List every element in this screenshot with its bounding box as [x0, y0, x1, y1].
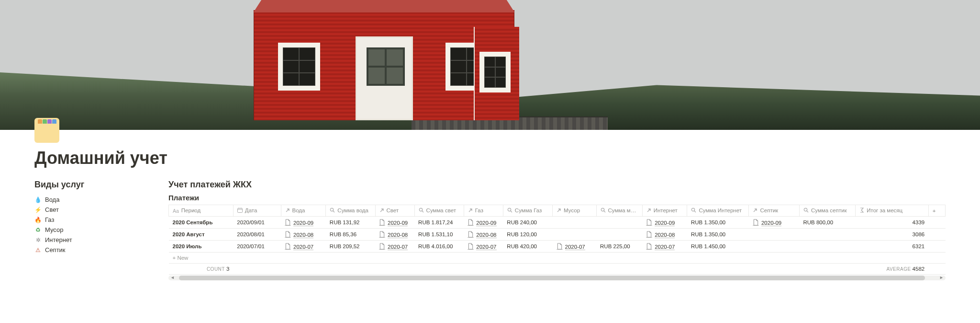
cell-relation[interactable]: 2020-09 [749, 217, 800, 229]
average-aggregate[interactable]: AVERAGE4582 [856, 264, 928, 275]
column-header[interactable]: Вода [281, 205, 326, 217]
cell-date[interactable]: 2020/09/01 [233, 217, 281, 229]
cell-period[interactable]: 2020 Июль [169, 241, 234, 253]
page-icon [753, 219, 759, 226]
page-title[interactable]: Домашний учет [34, 148, 946, 168]
svg-point-6 [419, 208, 422, 211]
cell-relation[interactable]: 2020-07 [375, 241, 414, 253]
service-item[interactable]: ⚡Свет [34, 205, 154, 215]
column-header[interactable]: Интернет [642, 205, 687, 217]
svg-rect-0 [237, 208, 242, 213]
cell-sum[interactable]: RUB 1.350,00 [687, 229, 749, 241]
add-column-button[interactable]: + [928, 205, 945, 217]
column-header[interactable]: Итог за месяц [856, 205, 928, 217]
cell-sum[interactable] [800, 229, 856, 241]
cell-sum[interactable]: RUB 209,52 [326, 241, 375, 253]
table-row[interactable]: 2020 Август2020/08/012020-08RUB 85,36202… [169, 229, 946, 241]
column-header[interactable]: Газ [464, 205, 503, 217]
service-icon: ⚠ [34, 247, 42, 254]
service-item[interactable]: 💧Вода [34, 195, 154, 205]
column-header[interactable]: Сумма Интернет [687, 205, 749, 217]
horizontal-scrollbar[interactable]: ◄ ► [168, 276, 946, 280]
service-label: Септик [45, 246, 66, 254]
column-label: Септик [760, 208, 778, 213]
cell-relation[interactable]: 2020-08 [464, 229, 503, 241]
column-header[interactable]: Свет [375, 205, 414, 217]
cell-relation[interactable]: 2020-09 [375, 217, 414, 229]
page-icon [379, 231, 385, 238]
table-row[interactable]: 2020 Июль2020/07/012020-07RUB 209,522020… [169, 241, 946, 253]
column-header[interactable]: Сумма вода [326, 205, 375, 217]
new-row-button[interactable]: + New [169, 253, 946, 264]
database-title[interactable]: Учет платежей ЖКХ [168, 180, 946, 190]
cell-sum[interactable] [596, 229, 642, 241]
column-label: Свет [387, 208, 399, 213]
cell-relation[interactable] [553, 229, 596, 241]
cell-relation[interactable]: 2020-07 [642, 241, 687, 253]
cell-total[interactable]: 6321 [856, 241, 928, 253]
cover-image[interactable] [0, 0, 980, 130]
cell-sum[interactable]: RUB 1.817,24 [414, 217, 464, 229]
cell-sum[interactable] [800, 241, 856, 253]
cell-date[interactable]: 2020/07/01 [233, 241, 281, 253]
cell-sum[interactable]: RUB 120,00 [503, 229, 552, 241]
column-header[interactable]: Септик [749, 205, 800, 217]
cell-sum[interactable]: RUB 1.450,00 [687, 241, 749, 253]
cell-sum[interactable]: RUB 420,00 [503, 241, 552, 253]
column-header[interactable]: AaПериод [169, 205, 234, 217]
cell-sum[interactable]: RUB 85,36 [326, 229, 375, 241]
cell-relation[interactable] [553, 217, 596, 229]
cell-period[interactable]: 2020 Сентябрь [169, 217, 234, 229]
cell-relation[interactable]: 2020-08 [642, 229, 687, 241]
service-item[interactable]: ♻Мусор [34, 225, 154, 235]
cell-relation[interactable] [749, 229, 800, 241]
cell-relation[interactable]: 2020-07 [464, 241, 503, 253]
cell-sum[interactable] [596, 217, 642, 229]
column-header[interactable]: Сумма септик [800, 205, 856, 217]
service-label: Интернет [45, 236, 72, 243]
cell-relation[interactable]: 2020-08 [375, 229, 414, 241]
cell-period[interactable]: 2020 Август [169, 229, 234, 241]
relation-icon [285, 208, 290, 214]
cell-sum[interactable]: RUB 4.016,00 [414, 241, 464, 253]
service-item[interactable]: 🔥Газ [34, 215, 154, 225]
count-aggregate[interactable]: COUNT3 [169, 264, 234, 275]
column-header[interactable]: Сумма Газ [503, 205, 552, 217]
cell-sum[interactable]: RUB 225,00 [596, 241, 642, 253]
cell-total[interactable]: 3086 [856, 229, 928, 241]
rollup-icon [419, 208, 424, 214]
svg-line-7 [422, 211, 423, 212]
table-row[interactable]: 2020 Сентябрь2020/09/012020-09RUB 131,92… [169, 217, 946, 229]
column-header[interactable]: Сумма свет [414, 205, 464, 217]
cell-sum[interactable]: RUB 131,92 [326, 217, 375, 229]
column-header[interactable]: Дата [233, 205, 281, 217]
cell-relation[interactable]: 2020-07 [281, 241, 326, 253]
cell-date[interactable]: 2020/08/01 [233, 229, 281, 241]
column-header[interactable]: Мусор [553, 205, 596, 217]
service-item[interactable]: ✲Интернет [34, 235, 154, 245]
scroll-left-arrow[interactable]: ◄ [170, 275, 175, 280]
svg-line-15 [807, 211, 808, 212]
calendar-icon [237, 208, 243, 214]
cell-relation[interactable]: 2020-09 [642, 217, 687, 229]
cell-sum[interactable]: RUB 800,00 [800, 217, 856, 229]
cell-relation[interactable]: 2020-08 [281, 229, 326, 241]
cell-total[interactable]: 4339 [856, 217, 928, 229]
page-icon[interactable] [34, 118, 59, 143]
cell-sum[interactable]: RUB 240,00 [503, 217, 552, 229]
svg-point-14 [804, 208, 807, 211]
cell-empty [928, 241, 945, 253]
view-name[interactable]: Платежи [168, 194, 946, 202]
cell-relation[interactable]: 2020-09 [281, 217, 326, 229]
rollup-icon [330, 208, 335, 214]
column-header[interactable]: Сумма мус... [596, 205, 642, 217]
svg-point-8 [508, 208, 511, 211]
cell-sum[interactable]: RUB 1.350,00 [687, 217, 749, 229]
service-item[interactable]: ⚠Септик [34, 245, 154, 255]
cell-relation[interactable]: 2020-07 [553, 241, 596, 253]
cell-sum[interactable]: RUB 1.531,10 [414, 229, 464, 241]
scroll-right-arrow[interactable]: ► [939, 275, 944, 280]
cell-relation[interactable]: 2020-09 [464, 217, 503, 229]
cell-relation[interactable] [749, 241, 800, 253]
scrollbar-thumb[interactable] [179, 276, 925, 280]
